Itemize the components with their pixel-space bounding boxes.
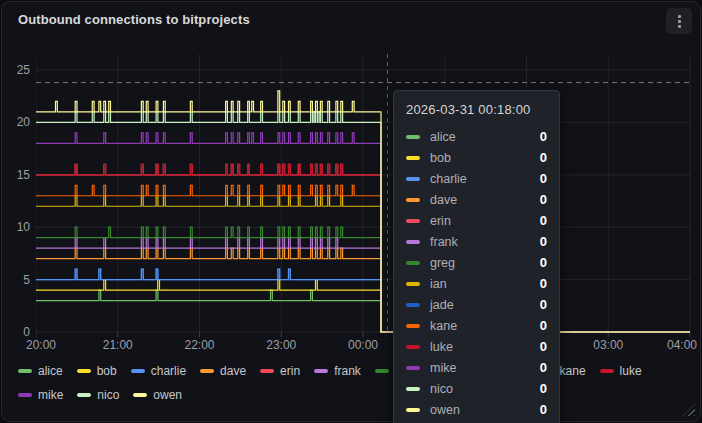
y-axis-tick-label: 10 [2,220,30,234]
legend-item-dave[interactable]: dave [200,362,246,379]
tooltip-row-dave: dave0 [394,189,559,210]
series-color-marker [406,345,420,349]
legend-label: alice [38,364,63,378]
series-color-marker [200,369,214,373]
tooltip-row-erin: erin0 [394,210,559,231]
tooltip-row-luke: luke0 [394,336,559,357]
tooltip-series-name: frank [430,235,458,249]
legend: alicebobcharliedaveerinfrankgregianjadek… [18,362,686,403]
series-color-marker [314,369,328,373]
series-color-marker [260,369,274,373]
series-color-marker [406,408,420,412]
y-axis-tick-label: 15 [2,168,30,182]
series-color-marker [406,177,420,181]
tooltip-series-value: 0 [540,402,547,417]
y-axis-labels: 0510152025 [2,54,30,332]
tooltip-series-value: 0 [540,234,547,249]
tooltip-series-name: dave [430,193,457,207]
legend-label: nico [97,388,119,402]
legend-item-mike[interactable]: mike [18,386,63,403]
tooltip-series-name: ian [430,277,447,291]
tooltip-row-kane: kane0 [394,315,559,336]
tooltip-timestamp: 2026-03-31 00:18:00 [394,98,559,126]
tooltip-row-charlie: charlie0 [394,168,559,189]
y-axis-tick-label: 5 [2,273,30,287]
tooltip-series-value: 0 [540,255,547,270]
tooltip-series-value: 0 [540,297,547,312]
y-axis-tick-label: 20 [2,115,30,129]
series-color-marker [406,303,420,307]
series-color-marker [77,393,91,397]
legend-item-frank[interactable]: frank [314,362,361,379]
legend-label: kane [560,364,586,378]
series-color-marker [406,366,420,370]
x-axis-tick-label: 03:00 [593,338,623,352]
tooltip-series-name: charlie [430,172,467,186]
series-color-marker [406,135,420,139]
series-color-marker [406,261,420,265]
legend-label: owen [153,388,182,402]
series-color-marker [406,219,420,223]
legend-item-owen[interactable]: owen [133,386,182,403]
legend-item-nico[interactable]: nico [77,386,119,403]
tooltip-series-value: 0 [540,150,547,165]
legend-label: frank [334,364,361,378]
tooltip-series-value: 0 [540,360,547,375]
tooltip-series-value: 0 [540,192,547,207]
series-color-marker [131,369,145,373]
series-color-marker [406,240,420,244]
grafana-panel-screenshot: { "panel": { "title": "Outbound connecti… [0,0,702,423]
tooltip-series-value: 0 [540,318,547,333]
tooltip-row-greg: greg0 [394,252,559,273]
series-color-marker [406,198,420,202]
x-axis-tick-label: 21:00 [103,338,133,352]
tooltip-row-alice: alice0 [394,126,559,147]
x-axis-labels: 20:0021:0022:0023:0000:0001:0002:0003:00… [36,338,692,354]
legend-item-alice[interactable]: alice [18,362,63,379]
legend-item-bob[interactable]: bob [77,362,117,379]
legend-item-erin[interactable]: erin [260,362,300,379]
tooltip-series-name: bob [430,151,451,165]
tooltip-series-value: 0 [540,339,547,354]
series-color-marker [18,369,32,373]
series-color-marker [406,324,420,328]
legend-label: dave [220,364,246,378]
panel-menu-button[interactable] [666,8,692,34]
time-series-chart[interactable] [36,54,692,338]
tooltip-series-value: 0 [540,171,547,186]
tooltip-row-bob: bob0 [394,147,559,168]
tooltip-row-mike: mike0 [394,357,559,378]
legend-item-charlie[interactable]: charlie [131,362,186,379]
series-color-marker [600,369,614,373]
tooltip-row-owen: owen0 [394,399,559,420]
tooltip-row-ian: ian0 [394,273,559,294]
x-axis-tick-label: 04:00 [667,338,697,352]
x-axis-tick-label: 20:00 [26,338,56,352]
panel-title: Outbound connections to bitprojects [18,12,250,27]
x-axis-tick-label: 22:00 [184,338,214,352]
tooltip-series-name: kane [430,319,457,333]
legend-label: luke [620,364,642,378]
tooltip-series-value: 0 [540,213,547,228]
series-color-marker [133,393,147,397]
tooltip-series-value: 0 [540,276,547,291]
tooltip-series-value: 0 [540,381,547,396]
panel-resize-handle[interactable] [683,404,695,416]
tooltip-series-name: greg [430,256,455,270]
tooltip-series-name: jade [430,298,454,312]
series-color-marker [375,369,389,373]
series-color-marker [77,369,91,373]
series-color-marker [406,282,420,286]
series-color-marker [406,156,420,160]
legend-label: bob [97,364,117,378]
tooltip-series-name: luke [430,340,453,354]
x-axis-tick-label: 00:00 [348,338,378,352]
tooltip-series-name: alice [430,130,456,144]
legend-item-luke[interactable]: luke [600,362,642,379]
tooltip-series-value: 0 [540,129,547,144]
kebab-vertical-icon [678,15,681,28]
tooltip-row-nico: nico0 [394,378,559,399]
series-color-marker [18,393,32,397]
x-axis-tick-label: 23:00 [266,338,296,352]
y-axis-tick-label: 25 [2,63,30,77]
